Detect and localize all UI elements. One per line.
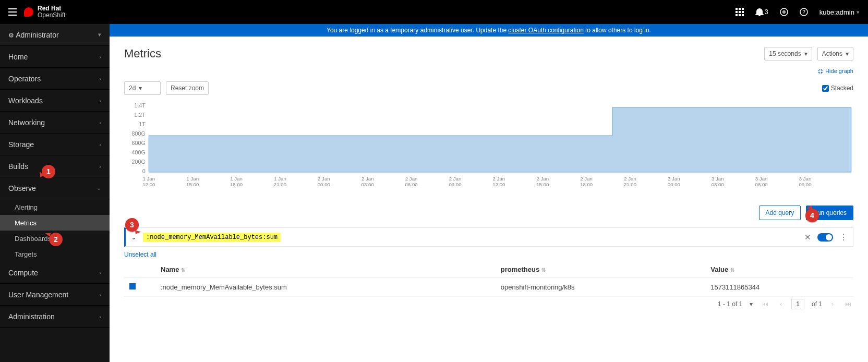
brand: Red Hat OpenShift xyxy=(24,5,65,18)
svg-text:12:00: 12:00 xyxy=(142,182,155,187)
svg-rect-3 xyxy=(736,11,738,13)
sort-icon: ⇅ xyxy=(181,267,185,273)
svg-text:1 Jan: 1 Jan xyxy=(142,176,155,182)
svg-text:200G: 200G xyxy=(132,159,146,165)
redhat-logo-icon xyxy=(24,7,33,17)
pager-last-icon[interactable]: ⏭ xyxy=(843,300,853,308)
refresh-interval-dropdown[interactable]: 15 seconds▾ xyxy=(764,47,812,61)
svg-text:15:00: 15:00 xyxy=(186,182,199,187)
annotation-3: 3 xyxy=(125,218,139,232)
svg-text:1.4T: 1.4T xyxy=(134,103,146,108)
reset-zoom-button[interactable]: Reset zoom xyxy=(166,81,209,95)
perspective-label: Administrator xyxy=(16,31,58,39)
svg-text:18:00: 18:00 xyxy=(230,182,243,187)
svg-text:3 Jan: 3 Jan xyxy=(755,176,768,182)
actions-dropdown[interactable]: Actions▾ xyxy=(817,47,853,61)
pager-next-icon[interactable]: › xyxy=(829,300,836,308)
svg-text:3 Jan: 3 Jan xyxy=(712,176,724,182)
caret-down-icon: ▾ xyxy=(98,31,101,38)
clear-query-icon[interactable]: ✕ xyxy=(804,233,811,242)
svg-text:1 Jan: 1 Jan xyxy=(230,176,243,182)
svg-text:00:00: 00:00 xyxy=(318,182,330,187)
svg-text:0: 0 xyxy=(142,168,146,174)
svg-text:1.2T: 1.2T xyxy=(134,112,146,118)
gear-icon: ⚙ xyxy=(8,32,14,39)
svg-text:1 Jan: 1 Jan xyxy=(274,176,286,182)
svg-rect-6 xyxy=(736,14,738,16)
svg-text:3 Jan: 3 Jan xyxy=(668,176,680,182)
add-query-button[interactable]: Add query xyxy=(759,206,801,220)
sidebar-item-home[interactable]: Home› xyxy=(0,46,110,68)
sidebar-item-workloads[interactable]: Workloads› xyxy=(0,90,110,112)
chevron-down-icon: ⌄ xyxy=(97,185,101,191)
sidebar-item-administration[interactable]: Administration› xyxy=(0,306,110,328)
brand-line2: OpenShift xyxy=(38,12,65,19)
page-title: Metrics xyxy=(124,47,161,61)
results-table: Name⇅ prometheus⇅ Value⇅ :node_memory_Me… xyxy=(124,261,853,297)
hide-graph-link[interactable]: Hide graph xyxy=(817,68,853,74)
compress-icon xyxy=(817,68,823,74)
query-row: ⌄ :node_memory_MemAvailable_bytes:sum ✕ … xyxy=(124,227,853,247)
metrics-chart[interactable]: 1.4T1.2T1T 800G600G400G 200G0 1 Jan12:00… xyxy=(124,101,853,200)
sidebar-item-networking[interactable]: Networking› xyxy=(0,112,110,134)
time-range-dropdown[interactable]: 2d▾ xyxy=(124,81,161,95)
stacked-input[interactable] xyxy=(822,85,829,92)
query-kebab-icon[interactable]: ⋮ xyxy=(839,232,848,242)
svg-text:800G: 800G xyxy=(132,131,146,137)
sidebar-sub-targets[interactable]: Targets xyxy=(0,246,110,262)
svg-text:2 Jan: 2 Jan xyxy=(405,176,418,182)
table-row[interactable]: :node_memory_MemAvailable_bytes:sum open… xyxy=(124,278,853,297)
unselect-all-link[interactable]: Unselect all xyxy=(124,251,853,258)
col-value[interactable]: Value⇅ xyxy=(705,261,853,278)
annotation-1: 1 xyxy=(42,165,55,178)
svg-text:2 Jan: 2 Jan xyxy=(449,176,462,182)
svg-text:2 Jan: 2 Jan xyxy=(536,176,549,182)
pager-first-icon[interactable]: ⏮ xyxy=(760,300,770,308)
user-menu[interactable]: kube:admin ▾ xyxy=(819,8,860,16)
sidebar-item-observe[interactable]: Observe⌄ xyxy=(0,177,110,199)
perspective-switcher[interactable]: ⚙ Administrator ▾ xyxy=(0,24,110,46)
svg-rect-7 xyxy=(739,14,741,16)
svg-text:1T: 1T xyxy=(139,122,146,127)
main-content: Metrics 15 seconds▾ Actions▾ Hide graph … xyxy=(110,37,868,362)
sidebar-item-compute[interactable]: Compute› xyxy=(0,262,110,284)
svg-rect-1 xyxy=(739,8,741,10)
svg-text:2 Jan: 2 Jan xyxy=(493,176,505,182)
svg-text:2 Jan: 2 Jan xyxy=(624,176,636,182)
pagination: 1 - 1 of 1▾ ⏮ ‹ 1 of 1 › ⏭ xyxy=(124,299,853,309)
svg-rect-0 xyxy=(736,8,738,10)
banner-link[interactable]: cluster OAuth configuration xyxy=(508,27,584,34)
svg-text:3 Jan: 3 Jan xyxy=(799,176,812,182)
svg-rect-5 xyxy=(742,11,744,13)
banner-suffix: to allow others to log in. xyxy=(585,27,651,34)
pager-range[interactable]: 1 - 1 of 1 xyxy=(718,300,742,308)
notifications-button[interactable]: 3 xyxy=(755,8,768,16)
pager-current[interactable]: 1 xyxy=(791,299,804,309)
plus-icon[interactable] xyxy=(780,8,788,16)
query-enabled-toggle[interactable] xyxy=(817,233,833,242)
series-color-swatch[interactable] xyxy=(129,283,136,289)
stacked-checkbox[interactable]: Stacked xyxy=(822,85,853,92)
collapse-query-icon[interactable]: ⌄ xyxy=(131,233,137,241)
sidebar-sub-metrics[interactable]: Metrics xyxy=(0,215,110,231)
sidebar-item-user-management[interactable]: User Management› xyxy=(0,284,110,306)
svg-rect-8 xyxy=(742,14,744,16)
help-icon[interactable]: ? xyxy=(800,8,808,16)
sidebar-sub-alerting[interactable]: Alerting xyxy=(0,199,110,215)
svg-text:?: ? xyxy=(802,9,805,15)
sidebar-item-operators[interactable]: Operators› xyxy=(0,68,110,90)
svg-text:09:00: 09:00 xyxy=(449,182,461,187)
apps-grid-icon[interactable] xyxy=(736,8,744,16)
sidebar-item-storage[interactable]: Storage› xyxy=(0,134,110,155)
pager-of: of 1 xyxy=(812,300,822,308)
svg-rect-2 xyxy=(742,8,744,10)
pager-prev-icon[interactable]: ‹ xyxy=(778,300,784,308)
svg-text:1 Jan: 1 Jan xyxy=(186,176,199,182)
info-banner: You are logged in as a temporary adminis… xyxy=(110,24,868,37)
user-name: kube:admin xyxy=(819,8,854,16)
col-prometheus[interactable]: prometheus⇅ xyxy=(496,261,705,278)
col-name[interactable]: Name⇅ xyxy=(155,261,496,278)
hamburger-icon[interactable] xyxy=(8,8,17,16)
svg-text:12:00: 12:00 xyxy=(492,182,505,187)
query-input[interactable]: :node_memory_MemAvailable_bytes:sum xyxy=(143,233,281,242)
